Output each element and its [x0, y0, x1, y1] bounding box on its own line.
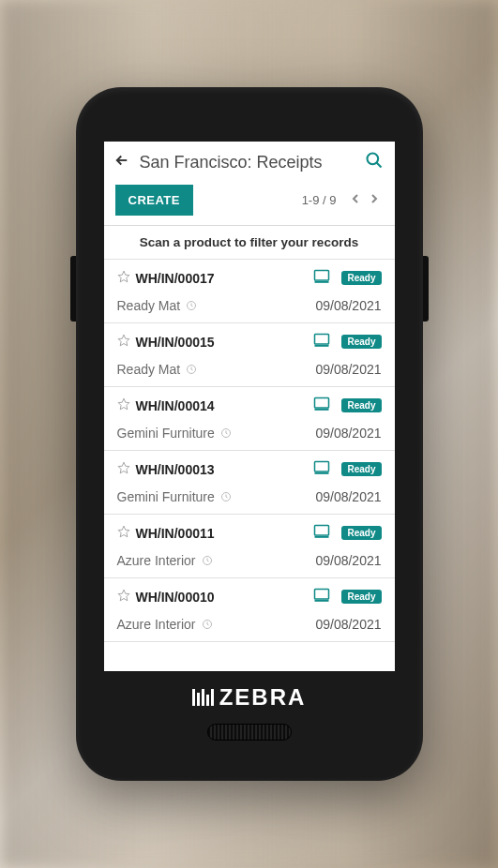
pager-prev-icon[interactable] [346, 191, 365, 210]
record-date: 09/08/2021 [315, 617, 381, 632]
status-badge: Ready [341, 335, 381, 349]
list-item[interactable]: WH/IN/00014 Ready Gemini Furniture 09/08… [104, 387, 395, 451]
pager-count: 1-9 / 9 [302, 193, 337, 207]
list-item[interactable]: WH/IN/00010 Ready Azure Interior 09/08/2… [104, 578, 395, 642]
kanban-icon [313, 524, 330, 542]
kanban-icon [313, 460, 330, 478]
clock-icon [202, 619, 213, 630]
status-badge: Ready [341, 398, 381, 412]
record-date: 09/08/2021 [315, 298, 381, 313]
list-item[interactable]: WH/IN/00011 Ready Azure Interior 09/08/2… [104, 515, 395, 578]
record-date: 09/08/2021 [315, 553, 381, 568]
pager-next-icon[interactable] [365, 191, 384, 210]
svg-rect-19 [315, 526, 329, 536]
record-ref: WH/IN/00017 [136, 271, 309, 286]
back-arrow-icon[interactable] [113, 152, 130, 173]
partner-name: Azure Interior [117, 617, 196, 632]
clock-icon [220, 427, 232, 439]
svg-rect-15 [315, 462, 329, 472]
records-list: WH/IN/00017 Ready Ready Mat 09/08/2021 W… [104, 260, 395, 642]
device-brand: ZEBRA [104, 684, 395, 711]
kanban-icon [313, 269, 330, 287]
create-button[interactable]: CREATE [115, 185, 193, 216]
star-icon[interactable] [117, 397, 130, 414]
status-badge: Ready [341, 271, 381, 285]
svg-marker-22 [118, 590, 129, 601]
toolbar: CREATE 1-9 / 9 [104, 181, 395, 226]
clock-icon [202, 555, 213, 566]
kanban-icon [313, 588, 330, 606]
brand-label: ZEBRA [219, 684, 307, 711]
svg-marker-6 [118, 335, 129, 346]
record-ref: WH/IN/00014 [136, 398, 309, 413]
kanban-icon [313, 333, 330, 351]
partner-name: Gemini Furniture [117, 426, 215, 441]
svg-rect-3 [315, 271, 329, 281]
svg-line-1 [376, 163, 381, 168]
device-speaker [207, 724, 292, 741]
svg-point-0 [367, 154, 378, 165]
zebra-logo-icon [192, 689, 214, 706]
star-icon[interactable] [117, 461, 130, 478]
kanban-icon [313, 397, 330, 414]
svg-rect-11 [315, 398, 329, 409]
list-item[interactable]: WH/IN/00013 Ready Gemini Furniture 09/08… [104, 451, 395, 515]
record-date: 09/08/2021 [315, 489, 381, 504]
search-icon[interactable] [365, 151, 384, 173]
svg-rect-7 [315, 335, 329, 345]
partner-name: Ready Mat [117, 362, 181, 377]
record-ref: WH/IN/00015 [136, 335, 309, 350]
page-title: San Francisco: Receipts [140, 153, 355, 172]
partner-name: Gemini Furniture [117, 489, 215, 504]
record-date: 09/08/2021 [315, 426, 381, 441]
status-badge: Ready [341, 462, 381, 476]
svg-rect-23 [315, 590, 329, 600]
partner-name: Ready Mat [117, 298, 181, 313]
clock-icon [186, 364, 197, 375]
svg-marker-18 [118, 526, 129, 537]
header: San Francisco: Receipts [104, 142, 395, 181]
record-ref: WH/IN/00010 [136, 590, 309, 605]
partner-name: Azure Interior [117, 553, 196, 568]
record-ref: WH/IN/00011 [136, 526, 309, 541]
svg-marker-14 [118, 462, 129, 473]
record-date: 09/08/2021 [315, 362, 381, 377]
record-ref: WH/IN/00013 [136, 462, 309, 477]
app-screen: San Francisco: Receipts CREATE 1-9 / 9 S… [104, 142, 395, 671]
status-badge: Ready [341, 526, 381, 540]
star-icon[interactable] [117, 525, 130, 542]
star-icon[interactable] [117, 589, 130, 606]
star-icon[interactable] [117, 270, 130, 287]
list-item[interactable]: WH/IN/00017 Ready Ready Mat 09/08/2021 [104, 260, 395, 323]
svg-marker-2 [118, 271, 129, 282]
svg-marker-10 [118, 398, 129, 410]
star-icon[interactable] [117, 334, 130, 351]
clock-icon [186, 300, 197, 311]
status-badge: Ready [341, 590, 381, 604]
device-frame: San Francisco: Receipts CREATE 1-9 / 9 S… [76, 87, 423, 781]
scan-banner: Scan a product to filter your records [104, 226, 395, 260]
list-item[interactable]: WH/IN/00015 Ready Ready Mat 09/08/2021 [104, 323, 395, 387]
clock-icon [220, 491, 232, 502]
